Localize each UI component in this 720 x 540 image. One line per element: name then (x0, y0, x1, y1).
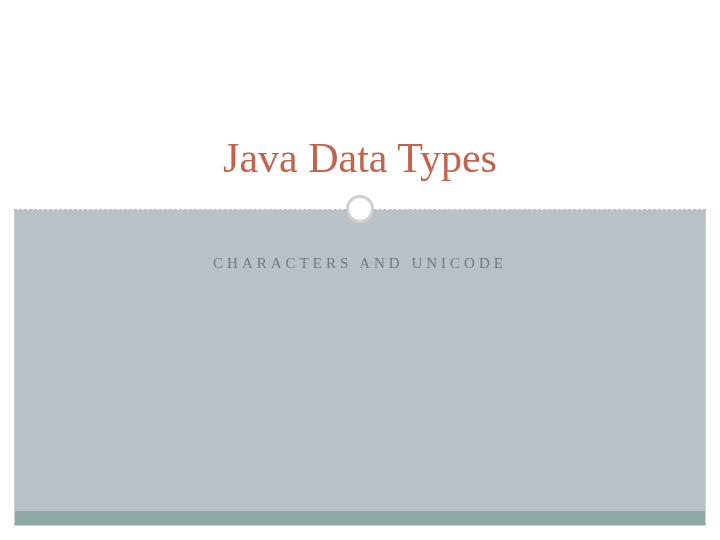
accent-bar (15, 511, 705, 525)
title-section: Java Data Types (0, 0, 720, 209)
circle-ornament-icon (346, 195, 374, 223)
presentation-slide: Java Data Types CHARACTERS AND UNICODE (0, 0, 720, 540)
slide-subtitle: CHARACTERS AND UNICODE (0, 255, 720, 272)
slide-title: Java Data Types (0, 134, 720, 182)
